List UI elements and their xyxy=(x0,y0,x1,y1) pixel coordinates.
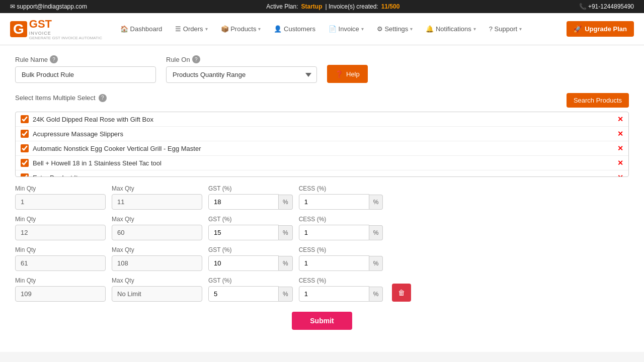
gst-input-4[interactable] xyxy=(208,286,279,302)
item-remove-p5[interactable]: ✕ xyxy=(617,173,623,177)
min-qty-input-4[interactable] xyxy=(15,286,106,302)
gst-suffix-3: % xyxy=(279,256,293,271)
gst-input-3[interactable] xyxy=(208,255,279,271)
item-checkbox-p2[interactable] xyxy=(21,130,29,138)
help-icon: ❓ xyxy=(335,70,343,78)
gst-group-3: GST (%) % xyxy=(208,246,293,271)
item-checkbox-p1[interactable] xyxy=(21,115,29,123)
main-content: Rule Name ? Rule On ? Products Quantity … xyxy=(0,45,644,352)
delete-row-button-4[interactable]: 🗑 xyxy=(392,284,411,302)
top-bar-phone: 📞 +91-1244895490 xyxy=(579,3,634,10)
min-qty-label-4: Min Qty xyxy=(15,277,106,284)
rule-on-help-icon[interactable]: ? xyxy=(192,55,200,63)
nav-invoice[interactable]: 📄 Invoice ▾ xyxy=(323,21,370,37)
max-qty-label-2: Max Qty xyxy=(112,216,202,223)
cess-suffix-3: % xyxy=(369,256,383,271)
trash-icon: 🗑 xyxy=(398,289,405,297)
min-qty-input-1[interactable] xyxy=(15,194,106,210)
item-checkbox-p3[interactable] xyxy=(21,144,29,152)
cess-input-1[interactable] xyxy=(299,194,369,210)
logo[interactable]: G GST INVOICE GENERATE GST INVOICE AUTOM… xyxy=(10,18,102,40)
gst-suffix-2: % xyxy=(279,225,293,240)
gst-label-4: GST (%) xyxy=(208,277,293,284)
cess-label-2: CESS (%) xyxy=(299,216,383,223)
max-qty-input-1[interactable] xyxy=(112,194,202,210)
help-button[interactable]: ❓ Help xyxy=(327,65,368,83)
item-remove-p3[interactable]: ✕ xyxy=(617,144,623,152)
gst-label-2: GST (%) xyxy=(208,216,293,223)
rule-form-row: Rule Name ? Rule On ? Products Quantity … xyxy=(15,55,629,83)
qty-ranges-section: Min Qty Max Qty GST (%) % CESS (%) % xyxy=(15,185,629,302)
nav-notifications[interactable]: 🔔 Notifications ▾ xyxy=(420,21,481,37)
rule-name-help-icon[interactable]: ? xyxy=(50,55,58,63)
min-qty-group-4: Min Qty xyxy=(15,277,106,302)
active-plan-info: Active Plan: Startup | Invoice(s) create… xyxy=(266,3,399,10)
gst-suffix-1: % xyxy=(279,195,293,210)
max-qty-group-2: Max Qty xyxy=(112,216,202,240)
min-qty-label-2: Min Qty xyxy=(15,216,106,223)
max-qty-label-3: Max Qty xyxy=(112,246,202,253)
list-item: Bell + Howell 18 in 1 Stainless Steel Ta… xyxy=(16,156,628,170)
search-products-button[interactable]: Search Products xyxy=(567,93,629,108)
item-remove-p4[interactable]: ✕ xyxy=(617,159,623,167)
nav-dashboard[interactable]: 🏠 Dashboard xyxy=(114,21,168,37)
cess-input-2[interactable] xyxy=(299,225,369,240)
item-checkbox-p5[interactable] xyxy=(21,173,29,177)
cess-label-4: CESS (%) xyxy=(299,277,383,284)
max-qty-label-4: Max Qty xyxy=(112,277,202,284)
submit-row: Submit xyxy=(15,312,629,330)
max-qty-group-4: Max Qty xyxy=(112,277,202,302)
nav-orders[interactable]: ☰ Orders ▾ xyxy=(169,21,213,37)
min-qty-group-3: Min Qty xyxy=(15,246,106,271)
rule-name-label: Rule Name ? xyxy=(15,55,156,63)
qty-row-1: Min Qty Max Qty GST (%) % CESS (%) % xyxy=(15,185,629,210)
item-checkbox-p4[interactable] xyxy=(21,159,29,167)
qty-row-2: Min Qty Max Qty GST (%) % CESS (%) % xyxy=(15,216,629,240)
qty-row-3: Min Qty Max Qty GST (%) % CESS (%) % xyxy=(15,246,629,271)
qty-row-4: Min Qty Max Qty GST (%) % CESS (%) % xyxy=(15,277,629,302)
cess-input-4[interactable] xyxy=(299,286,369,302)
gst-suffix-4: % xyxy=(279,287,293,302)
rule-on-select[interactable]: Products Quantity Range xyxy=(166,66,317,83)
max-qty-input-3[interactable] xyxy=(112,255,202,271)
upgrade-button[interactable]: 🚀 Upgrade Plan xyxy=(567,21,634,37)
rule-on-group: Rule On ? Products Quantity Range xyxy=(166,55,317,83)
select-items-title: Select Items Multiple Select ? xyxy=(15,94,107,102)
gst-group-4: GST (%) % xyxy=(208,277,293,302)
nav-settings[interactable]: ⚙ Settings ▾ xyxy=(371,21,419,37)
nav-products[interactable]: 📦 Products ▾ xyxy=(215,21,267,37)
items-list: 24K Gold Dipped Real Rose with Gift Box … xyxy=(15,112,629,177)
list-item: Automatic Nonstick Egg Cooker Vertical G… xyxy=(16,141,628,156)
plan-name: Startup xyxy=(301,3,323,10)
gst-group-2: GST (%) % xyxy=(208,216,293,240)
max-qty-group-1: Max Qty xyxy=(112,185,202,210)
logo-text: GST INVOICE GENERATE GST INVOICE AUTOMAT… xyxy=(29,18,102,40)
select-items-section: Select Items Multiple Select ? Search Pr… xyxy=(15,93,629,177)
min-qty-input-2[interactable] xyxy=(15,225,106,240)
gst-input-2[interactable] xyxy=(208,225,279,240)
submit-button[interactable]: Submit xyxy=(292,312,352,330)
nav-customers[interactable]: 👤 Customers xyxy=(268,21,321,37)
max-qty-input-2[interactable] xyxy=(112,225,202,240)
rule-name-input[interactable] xyxy=(15,66,156,83)
cess-input-3[interactable] xyxy=(299,255,369,271)
list-item: 24K Gold Dipped Real Rose with Gift Box … xyxy=(16,112,628,127)
gst-input-1[interactable] xyxy=(208,194,279,210)
rule-name-group: Rule Name ? xyxy=(15,55,156,83)
item-remove-p1[interactable]: ✕ xyxy=(617,115,623,123)
cess-label-1: CESS (%) xyxy=(299,185,383,192)
cess-group-4: CESS (%) % xyxy=(299,277,383,302)
min-qty-group-1: Min Qty xyxy=(15,185,106,210)
top-bar-email: ✉ support@indiagstapp.com xyxy=(10,3,87,10)
item-remove-p2[interactable]: ✕ xyxy=(617,130,623,138)
cess-group-3: CESS (%) % xyxy=(299,246,383,271)
nav-support[interactable]: ? Support ▾ xyxy=(483,21,528,37)
top-bar: ✉ support@indiagstapp.com Active Plan: S… xyxy=(0,0,644,13)
cess-group-1: CESS (%) % xyxy=(299,185,383,210)
gst-group-1: GST (%) % xyxy=(208,185,293,210)
select-items-help-icon[interactable]: ? xyxy=(99,94,107,102)
min-qty-input-3[interactable] xyxy=(15,255,106,271)
list-item: Acupressure Massage Slippers ✕ xyxy=(16,127,628,141)
nav-items: 🏠 Dashboard ☰ Orders ▾ 📦 Products ▾ 👤 Cu… xyxy=(114,21,565,37)
max-qty-input-4[interactable] xyxy=(112,286,202,302)
